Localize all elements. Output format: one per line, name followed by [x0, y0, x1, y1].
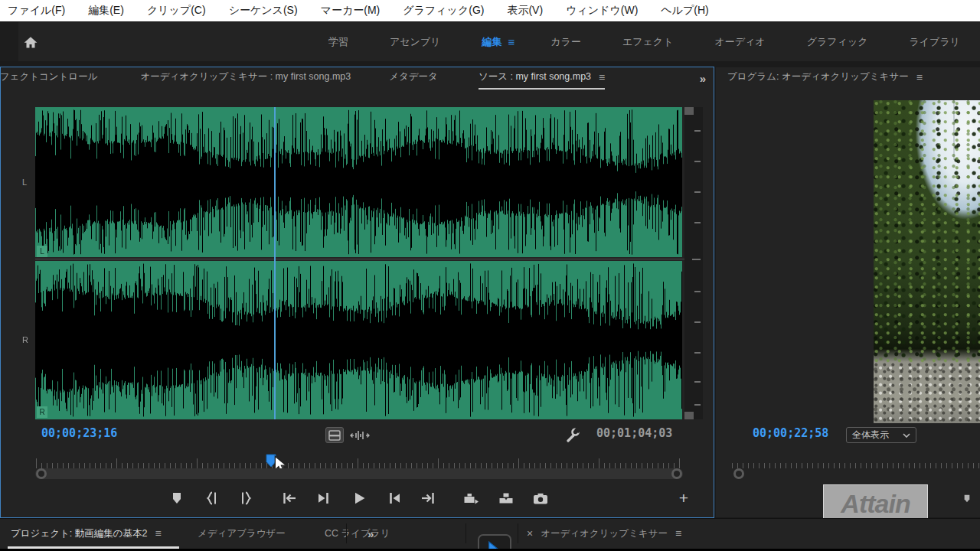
- source-position-timecode[interactable]: 00;00;23;16: [41, 426, 117, 440]
- ruler-tick: [416, 463, 417, 468]
- ruler-tick: [909, 463, 910, 468]
- overwrite-button[interactable]: [496, 488, 516, 508]
- ruler-tick: [368, 463, 369, 468]
- step-forward-icon: [385, 491, 403, 506]
- program-zoom-handle[interactable]: [733, 468, 744, 479]
- ruler-tick: [925, 463, 926, 468]
- home-button[interactable]: [21, 33, 40, 51]
- audio-clip-mixer-label: オーディオクリップミキサー: [541, 527, 668, 540]
- program-time-ruler[interactable]: [731, 458, 980, 468]
- ruler-tick: [486, 463, 487, 468]
- menu-item-0[interactable]: ファイル(F): [8, 4, 65, 18]
- panel-menu-icon[interactable]: ≡: [599, 71, 605, 83]
- menu-item-2[interactable]: クリップ(C): [147, 4, 206, 18]
- ruler-tick: [556, 463, 557, 468]
- ruler-tick: [293, 463, 294, 468]
- ruler-tick: [406, 463, 407, 468]
- drag-video-only-button[interactable]: [325, 427, 344, 443]
- menu-item-8[interactable]: ヘルプ(H): [661, 4, 708, 18]
- ruler-tick: [449, 463, 449, 468]
- insert-icon: [462, 491, 480, 506]
- go-to-in-button[interactable]: [279, 488, 299, 508]
- source-panel-tab-0[interactable]: エフェクトコントロール: [0, 70, 97, 90]
- panel-menu-icon[interactable]: ≡: [155, 527, 161, 540]
- ruler-tick: [823, 463, 824, 468]
- step-back-button[interactable]: [314, 488, 334, 508]
- menu-item-5[interactable]: グラフィック(G): [403, 4, 484, 18]
- source-panel-tab-3[interactable]: ソース : my first song.mp3≡: [479, 70, 605, 90]
- ruler-tick: [352, 463, 353, 468]
- menu-item-4[interactable]: マーカー(M): [321, 4, 381, 18]
- program-add-marker-button[interactable]: [961, 493, 973, 504]
- workspace-menu-icon[interactable]: ≡: [508, 35, 531, 48]
- menu-item-6[interactable]: 表示(V): [507, 4, 543, 18]
- tab-audio-clip-mixer[interactable]: × オーディオクリップミキサー ≡: [527, 519, 681, 548]
- drag-audio-only-button[interactable]: [350, 429, 370, 442]
- workspace-tab-4[interactable]: エフェクト: [602, 35, 694, 49]
- tab-overflow-chevron[interactable]: »: [700, 72, 706, 85]
- program-monitor-video: [874, 100, 980, 423]
- menu-item-7[interactable]: ウィンドウ(W): [566, 4, 638, 18]
- zoom-handle-left[interactable]: [36, 468, 47, 479]
- workspace-tab-1[interactable]: アセンブリ: [369, 35, 462, 49]
- insert-button[interactable]: [461, 488, 481, 508]
- ruler-tick: [855, 463, 856, 468]
- zoom-handle-right[interactable]: [671, 468, 682, 479]
- waveform-right-channel: [35, 261, 682, 419]
- workspace-tab-5[interactable]: オーディオ: [694, 35, 786, 49]
- workspace-tab-3[interactable]: カラー: [530, 35, 602, 49]
- right-channel-badge: R: [37, 406, 47, 418]
- workspace-tab-2[interactable]: 編集: [462, 35, 508, 49]
- workspace-tab-7[interactable]: ライブラリ: [888, 35, 980, 49]
- ruler-tick: [309, 463, 310, 468]
- bottom-overflow-chevron[interactable]: »: [368, 519, 374, 548]
- program-position-timecode[interactable]: 00;00;22;58: [753, 426, 828, 440]
- tab-program-monitor[interactable]: プログラム: オーディオクリップミキサー ≡: [727, 70, 923, 90]
- ruler-tick: [336, 463, 337, 468]
- mark-in-button[interactable]: [204, 488, 224, 508]
- panel-menu-icon[interactable]: ≡: [675, 527, 681, 540]
- bottom-tab-1[interactable]: メディアブラウザー: [198, 519, 286, 548]
- home-icon: [23, 35, 38, 49]
- close-icon[interactable]: ×: [527, 527, 533, 540]
- mark-out-button[interactable]: [234, 488, 254, 508]
- ruler-tick: [427, 463, 428, 468]
- play-button[interactable]: [349, 488, 369, 508]
- source-panel-tab-2[interactable]: メタデータ: [389, 70, 438, 90]
- settings-button[interactable]: [564, 427, 581, 442]
- bottom-tab-2[interactable]: CC ライブラリ: [325, 519, 390, 548]
- button-editor-plus[interactable]: +: [674, 488, 694, 508]
- ruler-tick: [186, 463, 187, 468]
- step-forward-button[interactable]: [384, 488, 404, 508]
- step-back-icon: [315, 491, 333, 506]
- zoom-level-select[interactable]: 全体表示: [846, 427, 916, 443]
- go-to-out-button[interactable]: [418, 488, 438, 508]
- source-time-ruler[interactable]: [35, 458, 683, 468]
- ruler-tick: [384, 463, 385, 468]
- ruler-tick: [132, 463, 133, 468]
- ruler-tick: [599, 458, 599, 468]
- ruler-tick: [957, 463, 958, 468]
- menu-item-1[interactable]: 編集(E): [88, 4, 124, 18]
- ruler-tick: [946, 463, 947, 468]
- workspace-tab-0[interactable]: 学習: [308, 35, 369, 49]
- chevron-down-icon: [903, 433, 910, 438]
- panel-divider: [466, 523, 466, 543]
- ruler-tick: [358, 458, 358, 468]
- ruler-tick: [759, 463, 760, 468]
- bottom-tab-0[interactable]: プロジェクト: 動画編集の基本2≡: [11, 519, 162, 548]
- ruler-tick: [57, 463, 58, 468]
- add-marker-button[interactable]: [167, 488, 187, 508]
- ruler-tick: [577, 463, 578, 468]
- ruler-tick: [256, 463, 256, 468]
- workspace-tab-6[interactable]: グラフィック: [786, 35, 889, 49]
- menu-item-3[interactable]: シーケンス(S): [229, 4, 298, 18]
- source-panel-tab-1[interactable]: オーディオクリップミキサー : my first song.mp3: [140, 70, 351, 90]
- ruler-tick: [914, 463, 915, 468]
- panel-menu-icon[interactable]: ≡: [916, 71, 923, 83]
- export-frame-button[interactable]: [531, 488, 550, 508]
- tab-label: エフェクトコントロール: [0, 70, 97, 83]
- ruler-tick: [175, 463, 176, 468]
- ruler-tick: [411, 463, 412, 468]
- source-zoom-scrollbar[interactable]: [35, 468, 683, 479]
